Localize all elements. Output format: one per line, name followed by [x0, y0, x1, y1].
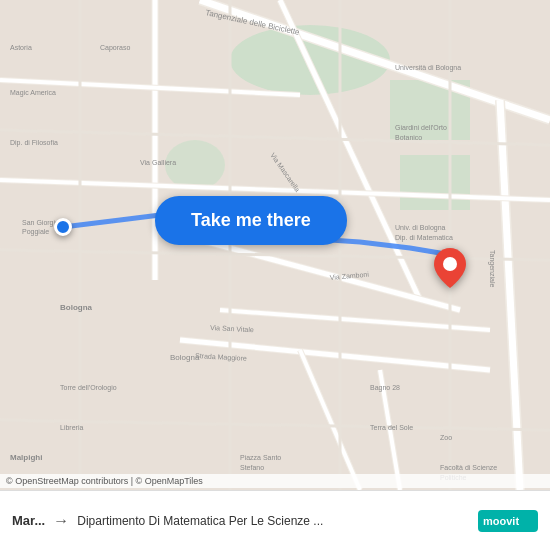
svg-text:Zoo: Zoo: [440, 434, 452, 441]
take-me-there-button[interactable]: Take me there: [155, 196, 347, 245]
svg-text:Libreria: Libreria: [60, 424, 83, 431]
svg-text:Malpighi: Malpighi: [10, 453, 42, 462]
svg-text:Tangenziale: Tangenziale: [488, 250, 496, 287]
destination-marker: [434, 248, 466, 292]
svg-text:Torre dell'Orologio: Torre dell'Orologio: [60, 384, 117, 392]
svg-text:Bagno 28: Bagno 28: [370, 384, 400, 392]
arrow-icon: →: [53, 512, 69, 530]
svg-text:Dip. di Filosofia: Dip. di Filosofia: [10, 139, 58, 147]
svg-text:Magic America: Magic America: [10, 89, 56, 97]
svg-text:Poggiale: Poggiale: [22, 228, 49, 236]
svg-text:Bologna: Bologna: [60, 303, 93, 312]
svg-text:Via Galliera: Via Galliera: [140, 159, 176, 166]
svg-text:Giardini dell'Orto: Giardini dell'Orto: [395, 124, 447, 131]
moovit-logo: moovit: [478, 510, 538, 532]
svg-rect-3: [400, 155, 470, 210]
svg-text:Botanico: Botanico: [395, 134, 422, 141]
map-view: Tangenziale delle Biciclette Bologna Via…: [0, 0, 550, 490]
svg-text:Università di Bologna: Università di Bologna: [395, 64, 461, 72]
svg-point-64: [443, 257, 457, 271]
from-label: Mar...: [12, 513, 45, 528]
origin-marker: [54, 218, 72, 236]
svg-text:Piazza Santo: Piazza Santo: [240, 454, 281, 461]
svg-text:Terra del Sole: Terra del Sole: [370, 424, 413, 431]
svg-text:Facoltà di Scienze: Facoltà di Scienze: [440, 464, 497, 471]
svg-text:moovit: moovit: [483, 515, 519, 527]
svg-text:Astoria: Astoria: [10, 44, 32, 51]
to-label: Dipartimento Di Matematica Per Le Scienz…: [77, 514, 323, 528]
map-attribution: © OpenStreetMap contributors | © OpenMap…: [0, 474, 550, 488]
svg-text:Univ. di Bologna: Univ. di Bologna: [395, 224, 446, 232]
svg-text:Dip. di Matematica: Dip. di Matematica: [395, 234, 453, 242]
bottom-bar: Mar... → Dipartimento Di Matematica Per …: [0, 490, 550, 550]
svg-text:Stefano: Stefano: [240, 464, 264, 471]
svg-text:Caporaso: Caporaso: [100, 44, 130, 52]
